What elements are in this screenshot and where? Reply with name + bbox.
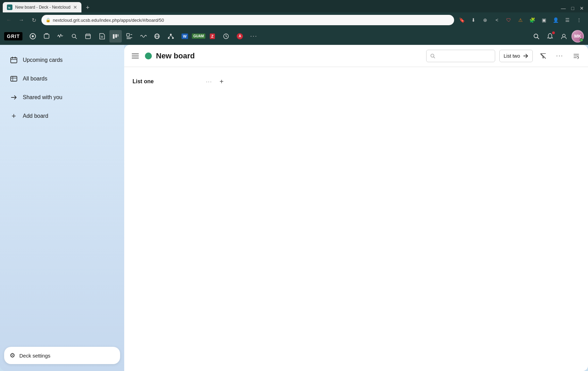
svg-rect-7 bbox=[86, 34, 90, 39]
active-tab[interactable]: N New board - Deck - Nextcloud ✕ bbox=[3, 2, 81, 12]
app-icon-ansible[interactable]: A bbox=[234, 30, 246, 42]
svg-rect-15 bbox=[118, 34, 118, 37]
bookmark-button[interactable]: 🔖 bbox=[457, 15, 467, 25]
sidebar-button[interactable]: ▣ bbox=[539, 15, 549, 25]
app-logo[interactable]: GRIT bbox=[4, 32, 22, 40]
list-two-button[interactable]: List two bbox=[499, 50, 533, 62]
app-icon-globe[interactable] bbox=[151, 30, 163, 42]
sidebar-item-all-boards[interactable]: All boards bbox=[3, 70, 121, 88]
deck-settings-button[interactable]: ⚙ Deck settings bbox=[4, 347, 120, 364]
board-status-dot bbox=[145, 53, 152, 59]
window-controls: — □ ✕ bbox=[560, 4, 585, 12]
app-icon-clock[interactable] bbox=[220, 30, 232, 42]
svg-point-3 bbox=[32, 35, 34, 37]
upcoming-cards-label: Upcoming cards bbox=[23, 57, 63, 63]
app-icon-search[interactable] bbox=[68, 30, 80, 42]
app-icon-files[interactable] bbox=[40, 30, 53, 42]
list-column-one: List one ··· + bbox=[131, 74, 228, 89]
app-icon-guam[interactable]: GUAM bbox=[192, 30, 205, 42]
svg-point-31 bbox=[534, 34, 538, 38]
url-text: nextcloud.grit.ucsb.edu/index.php/apps/d… bbox=[53, 18, 450, 23]
more-options-button[interactable]: ··· bbox=[553, 50, 566, 62]
svg-rect-39 bbox=[11, 76, 17, 81]
window-maximize[interactable]: □ bbox=[570, 4, 576, 12]
list-two-label: List two bbox=[504, 53, 520, 59]
app-icon-zotero[interactable]: Z bbox=[206, 30, 218, 42]
app-icon-calendar[interactable] bbox=[82, 30, 94, 42]
shared-icon bbox=[10, 93, 18, 102]
forward-button[interactable]: → bbox=[17, 15, 26, 25]
notification-badge bbox=[552, 31, 555, 34]
download-button[interactable]: ⬇ bbox=[469, 15, 478, 25]
zoom-button[interactable]: ⊕ bbox=[480, 15, 490, 25]
stripe-button[interactable]: ☰ bbox=[562, 15, 572, 25]
new-tab-button[interactable]: + bbox=[83, 3, 92, 12]
notifications-button[interactable] bbox=[544, 30, 556, 42]
app-icon-wave[interactable] bbox=[137, 30, 149, 42]
alert-button[interactable]: ⚠ bbox=[516, 15, 525, 25]
app-icon-activity[interactable] bbox=[54, 30, 67, 42]
add-board-icon: + bbox=[10, 112, 18, 120]
profile-button[interactable]: 👤 bbox=[551, 15, 560, 25]
window-minimize[interactable]: — bbox=[560, 4, 567, 12]
app-icon-deck[interactable] bbox=[109, 30, 122, 42]
app-icon-dashboard[interactable] bbox=[27, 30, 39, 42]
window-close[interactable]: ✕ bbox=[578, 4, 585, 12]
zotero-icon-label: Z bbox=[210, 34, 215, 39]
board-search[interactable] bbox=[426, 50, 495, 62]
board-search-input[interactable] bbox=[438, 53, 482, 59]
upcoming-cards-icon bbox=[10, 56, 18, 64]
svg-rect-35 bbox=[11, 58, 17, 63]
deck-settings-label: Deck settings bbox=[19, 353, 50, 359]
list-more-button[interactable]: ··· bbox=[204, 77, 214, 86]
word-icon-label: W bbox=[182, 34, 188, 39]
filter-off-button[interactable] bbox=[537, 50, 549, 62]
sidebar-item-shared-with-you[interactable]: Shared with you bbox=[3, 88, 121, 106]
svg-point-34 bbox=[562, 34, 565, 37]
svg-text:N: N bbox=[8, 6, 10, 9]
svg-line-6 bbox=[75, 37, 77, 39]
app-bar: GRIT bbox=[0, 28, 588, 45]
app-icon-word[interactable]: W bbox=[178, 30, 191, 42]
add-card-button[interactable]: + bbox=[217, 77, 226, 86]
address-bar[interactable]: 🔒 nextcloud.grit.ucsb.edu/index.php/apps… bbox=[41, 15, 454, 25]
extensions-button[interactable]: 🧩 bbox=[527, 15, 537, 25]
svg-point-24 bbox=[168, 37, 170, 39]
global-search-button[interactable] bbox=[530, 30, 542, 42]
app-icon-more[interactable]: ··· bbox=[247, 30, 260, 42]
share-button[interactable]: < bbox=[492, 15, 502, 25]
board-header: New board List two ··· bbox=[124, 45, 588, 67]
board-title: New board bbox=[156, 51, 195, 60]
guam-icon-label: GUAM bbox=[192, 34, 205, 39]
app-icon-forms[interactable] bbox=[123, 30, 136, 42]
svg-line-48 bbox=[541, 54, 546, 58]
app-bar-right: MK bbox=[530, 30, 584, 42]
lock-icon: 🔒 bbox=[46, 18, 51, 22]
app-icon-notes[interactable] bbox=[96, 30, 108, 42]
all-boards-icon bbox=[10, 75, 18, 83]
add-board-label: Add board bbox=[23, 113, 48, 119]
tab-close-button[interactable]: ✕ bbox=[73, 4, 77, 10]
browser-toolbar: ← → ↻ 🔒 nextcloud.grit.ucsb.edu/index.ph… bbox=[0, 12, 588, 28]
svg-line-32 bbox=[538, 37, 539, 39]
back-button[interactable]: ← bbox=[4, 15, 14, 25]
ansible-icon-label: A bbox=[237, 33, 243, 39]
shield-button[interactable]: 🛡 bbox=[504, 15, 513, 25]
all-boards-label: All boards bbox=[23, 76, 47, 82]
menu-button[interactable]: ⋮ bbox=[574, 15, 584, 25]
refresh-button[interactable]: ↻ bbox=[29, 15, 39, 25]
user-avatar[interactable]: MK bbox=[571, 30, 584, 42]
online-badge bbox=[580, 38, 583, 42]
list-one-title: List one bbox=[133, 78, 154, 85]
app-icon-network[interactable] bbox=[165, 30, 177, 42]
sidebar-item-upcoming-cards[interactable]: Upcoming cards bbox=[3, 51, 121, 69]
main-content: New board List two ··· bbox=[124, 45, 588, 371]
avatar-initials: MK bbox=[574, 34, 581, 39]
toolbar-actions: 🔖 ⬇ ⊕ < 🛡 ⚠ 🧩 ▣ 👤 ☰ ⋮ bbox=[457, 15, 584, 25]
svg-rect-14 bbox=[115, 34, 117, 38]
sidebar-toggle-button[interactable] bbox=[130, 50, 141, 61]
svg-rect-13 bbox=[113, 34, 115, 39]
contacts-button[interactable] bbox=[558, 30, 570, 42]
sort-button[interactable] bbox=[570, 50, 582, 62]
sidebar-item-add-board[interactable]: + Add board bbox=[3, 107, 121, 125]
